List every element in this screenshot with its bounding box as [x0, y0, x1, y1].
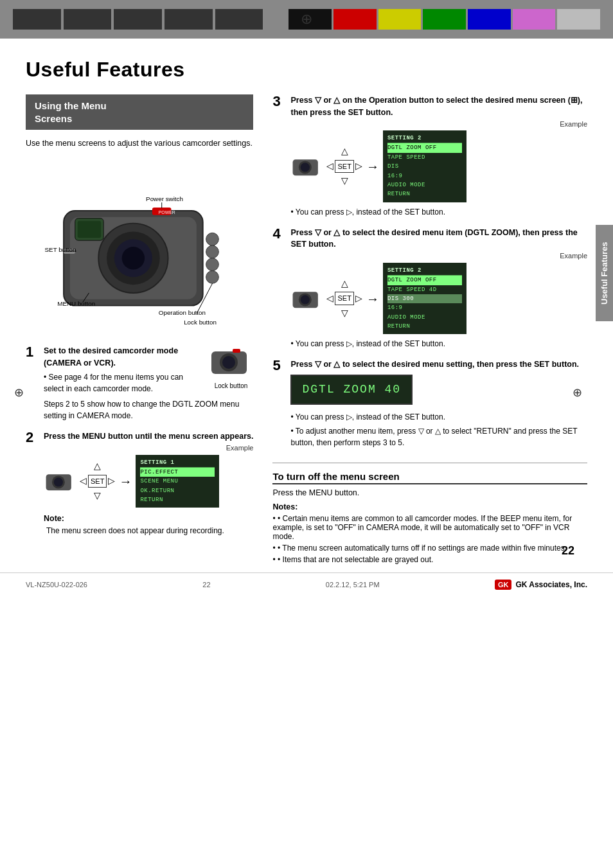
- step-1-extra: Steps 2 to 5 show how to change the DGTL…: [44, 398, 253, 421]
- sidebar-label: Useful Features: [596, 225, 613, 321]
- set-label-2: SET: [88, 475, 107, 488]
- step-5-number: 5: [272, 359, 285, 373]
- svg-point-36: [301, 295, 310, 304]
- dgtl-zoom-display: DGTL ZOOM 40: [290, 375, 413, 405]
- step-1: 1 Set to the desired camcorder mode (CAM…: [26, 345, 253, 422]
- nav-arrow-down-3: ▽: [341, 174, 348, 188]
- page-number: 22: [562, 544, 574, 558]
- step-4: 4 Press ▽ or △ to select the desired men…: [272, 227, 587, 350]
- camera-diagram: POWER SET button Operation button: [26, 159, 253, 339]
- turn-off-note-2: • The menu screen automatically turns of…: [272, 544, 587, 553]
- arrow-to-lcd-4: →: [366, 292, 379, 305]
- color-seg-yellow: [378, 9, 422, 30]
- svg-point-30: [54, 477, 63, 486]
- step-4-number: 4: [272, 227, 285, 241]
- step-4-lcd: SETTING 2 DGTL ZOOM OFF TAPE SPEED 4D DI…: [383, 263, 466, 335]
- step-3-bullet: You can press ▷, instead of the SET butt…: [290, 206, 587, 218]
- intro-text: Use the menu screens to adjust the vario…: [26, 137, 253, 150]
- bar-seg-1: [13, 9, 61, 30]
- svg-rect-7: [78, 220, 101, 238]
- svg-point-12: [206, 258, 219, 271]
- arrow-to-lcd-2: →: [119, 475, 132, 488]
- color-seg-pink: [513, 9, 556, 30]
- nav-arrow-left-3: ◁: [326, 159, 333, 173]
- color-seg-red: [333, 9, 377, 30]
- step-4-camera-icon: [290, 287, 323, 311]
- right-column: 3 Press ▽ or △ on the Operation button t…: [272, 94, 587, 564]
- bar-seg-2: [64, 9, 112, 30]
- step-3-number: 3: [272, 94, 285, 109]
- nav-arrow-up-4: △: [341, 277, 348, 290]
- svg-point-26: [222, 356, 235, 369]
- svg-text:MENU button: MENU button: [57, 299, 95, 306]
- step-2-camera-icon: [44, 469, 76, 493]
- svg-point-5: [122, 247, 145, 269]
- right-compass-icon: ⊕: [573, 385, 582, 400]
- color-seg-light: [557, 9, 600, 30]
- color-seg-blue: [468, 9, 511, 30]
- nav-arrow-down-2: ▽: [94, 489, 101, 502]
- svg-text:Power switch: Power switch: [146, 195, 183, 202]
- nav-arrow-left-2: ◁: [80, 474, 87, 488]
- nav-arrow-right-4: ▷: [355, 292, 362, 305]
- nav-arrow-right-2: ▷: [108, 474, 115, 488]
- footer-date: 02.2.12, 5:21 PM: [326, 581, 380, 589]
- svg-point-13: [206, 270, 219, 283]
- page-title: Useful Features: [26, 58, 587, 82]
- nav-arrow-up-3: △: [341, 145, 348, 158]
- step-2-lcd: SETTING 1 PIC.EFFECT SCENE MENU OK.RETUR…: [136, 455, 219, 508]
- step-1-bullet-1: • See page 4 for the menu items you can …: [44, 371, 202, 394]
- footer: VL-NZ50U-022-026 22 02.2.12, 5:21 PM GK …: [0, 572, 613, 590]
- svg-rect-27: [233, 349, 240, 353]
- nav-arrow-left-4: ◁: [326, 292, 333, 305]
- logo-text: GK Associates, Inc.: [515, 580, 587, 589]
- step-2-note-title: Note:: [44, 513, 253, 525]
- left-compass-icon: ⊕: [14, 385, 24, 400]
- step-1-number: 1: [26, 345, 39, 359]
- turn-off-notes-title: Notes:: [272, 502, 587, 511]
- turn-off-notes: Notes: • Certain menu items are common t…: [272, 502, 587, 564]
- step-3-camera-icon: [290, 154, 323, 179]
- camera-svg: POWER SET button Operation button: [26, 159, 253, 339]
- step-2-number: 2: [26, 430, 39, 445]
- svg-point-10: [206, 233, 219, 245]
- step-4-example-label: Example: [290, 251, 587, 261]
- svg-text:SET button: SET button: [45, 246, 76, 253]
- step-3: 3 Press ▽ or △ on the Operation button t…: [272, 94, 587, 218]
- compass-icon: ⊕: [301, 11, 312, 28]
- svg-point-11: [206, 245, 219, 258]
- turn-off-text: Press the MENU button.: [272, 488, 587, 497]
- nav-arrow-right-3: ▷: [355, 159, 362, 173]
- step-5-title: Press ▽ or △ to select the desired menu …: [290, 360, 579, 369]
- svg-point-33: [301, 163, 310, 172]
- logo-box: GK: [495, 580, 512, 590]
- footer-page: 22: [202, 581, 210, 589]
- section-divider: [272, 463, 587, 463]
- section-heading: Using the MenuScreens: [26, 94, 253, 130]
- svg-text:Lock button: Lock button: [184, 319, 217, 326]
- color-seg-green: [423, 9, 466, 30]
- svg-text:POWER: POWER: [159, 210, 175, 215]
- bar-seg-5: [215, 9, 263, 30]
- step-2-example-label: Example: [44, 443, 253, 454]
- step-4-bullet: You can press ▷, instead of the SET butt…: [290, 338, 587, 350]
- step-3-body: Press ▽ or △ on the Operation button to …: [290, 94, 587, 218]
- step-3-lcd: SETTING 2 DGTL ZOOM OFF TAPE SPEED DIS 1…: [383, 130, 466, 202]
- lock-button-label: Lock button: [208, 381, 253, 391]
- bar-seg-4: [164, 9, 213, 30]
- footer-logo: GK GK Associates, Inc.: [495, 580, 587, 590]
- top-decorative-bar: ⊕: [0, 0, 613, 39]
- left-column: Using the MenuScreens Use the menu scree…: [26, 94, 253, 545]
- step-5-bullet-2: • To adjust another menu item, press ▽ o…: [290, 425, 587, 448]
- step-2-note-text: The menu screen does not appear during r…: [44, 525, 253, 536]
- step-2-title: Press the MENU button until the menu scr…: [44, 432, 253, 441]
- step-2-body: Press the MENU button until the menu scr…: [44, 430, 253, 536]
- step-3-example-label: Example: [290, 119, 587, 130]
- step-1-body: Set to the desired camcorder mode (CAMER…: [44, 345, 253, 422]
- step-2: 2 Press the MENU button until the menu s…: [26, 430, 253, 536]
- step-3-title: Press ▽ or △ on the Operation button to …: [290, 96, 582, 117]
- step-4-title: Press ▽ or △ to select the desired menu …: [290, 228, 577, 249]
- step-5: 5 Press ▽ or △ to select the desired men…: [272, 359, 587, 454]
- turn-off-note-3: • Items that are not selectable are gray…: [272, 555, 587, 564]
- step-5-bullet-1: • You can press ▷, instead of the SET bu…: [290, 411, 587, 423]
